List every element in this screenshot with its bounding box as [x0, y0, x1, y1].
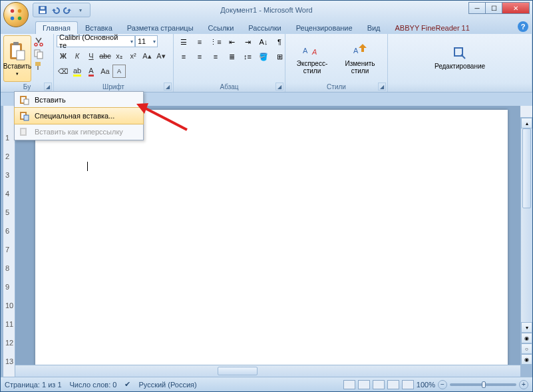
align-center-button[interactable]: ≡ — [192, 50, 207, 63]
zoom-level[interactable]: 100% — [417, 381, 435, 389]
tab-references[interactable]: Ссылки — [201, 21, 242, 34]
svg-rect-5 — [40, 11, 45, 13]
show-marks-button[interactable]: ¶ — [272, 35, 287, 49]
maximize-button[interactable]: ☐ — [485, 2, 502, 14]
tab-home[interactable]: Главная — [35, 21, 78, 34]
sort-button[interactable]: A↓ — [256, 35, 271, 49]
svg-point-11 — [35, 43, 37, 46]
shading-button[interactable]: 🪣 — [256, 50, 271, 63]
tab-view[interactable]: Вид — [360, 21, 388, 34]
paste-dropdown: Вставить Специальная вставка... Вставить… — [14, 91, 144, 140]
horizontal-scrollbar[interactable] — [15, 365, 520, 377]
status-page[interactable]: Страница: 1 из 1 — [5, 381, 62, 389]
tab-insert[interactable]: Вставка — [78, 21, 120, 34]
styles-dialog-launcher[interactable]: ◢ — [378, 83, 386, 91]
underline-button[interactable]: Ч — [85, 49, 98, 63]
zoom-slider-thumb[interactable] — [482, 381, 486, 388]
view-web-layout[interactable] — [373, 380, 385, 389]
status-words[interactable]: Число слов: 0 — [70, 381, 117, 389]
qat-more-icon[interactable]: ▾ — [75, 5, 86, 15]
scroll-up-button[interactable]: ▴ — [521, 118, 532, 128]
minimize-button[interactable]: ─ — [468, 2, 486, 14]
grow-font-button[interactable]: A▴ — [140, 49, 154, 63]
svg-rect-14 — [37, 52, 43, 59]
paste-label: Вставить — [3, 63, 31, 70]
indent-dec-button[interactable]: ⇤ — [224, 35, 239, 49]
page[interactable] — [35, 110, 508, 365]
editing-label: Редактирование — [435, 63, 485, 70]
subscript-button[interactable]: x₂ — [112, 49, 126, 63]
document-area[interactable] — [15, 106, 520, 365]
view-full-screen[interactable] — [358, 380, 370, 389]
font-size-combo[interactable]: 11 — [135, 35, 158, 47]
shrink-font-button[interactable]: A▾ — [154, 49, 168, 63]
clipboard-dialog-launcher[interactable]: ◢ — [44, 83, 52, 91]
strike-button[interactable]: abc — [98, 49, 112, 63]
editing-button[interactable]: Редактирование — [428, 35, 492, 79]
quick-styles-button[interactable]: AA Экспресс-стили — [288, 35, 336, 79]
svg-rect-28 — [21, 129, 25, 134]
help-icon[interactable]: ? — [518, 21, 528, 32]
font-color-button[interactable]: A — [85, 65, 98, 78]
tab-mailings[interactable]: Рассылки — [241, 21, 288, 34]
bold-button[interactable]: Ж — [57, 49, 70, 63]
font-name-combo[interactable]: Calibri (Основной те — [57, 35, 135, 47]
zoom-slider[interactable] — [450, 383, 516, 386]
save-icon[interactable] — [37, 5, 48, 15]
italic-button[interactable]: К — [71, 49, 84, 63]
format-painter-icon[interactable] — [33, 61, 44, 71]
change-styles-label: Изменить стили — [336, 60, 384, 75]
scroll-down-button[interactable]: ▾ — [521, 322, 532, 333]
superscript-button[interactable]: x² — [126, 49, 140, 63]
highlight-button[interactable]: ab — [71, 65, 84, 78]
borders-button[interactable]: ⊞ — [272, 50, 287, 63]
paragraph-dialog-launcher[interactable]: ◢ — [275, 83, 283, 91]
tab-layout[interactable]: Разметка страницы — [120, 21, 201, 34]
justify-button[interactable]: ≣ — [224, 50, 239, 63]
svg-text:A: A — [353, 47, 359, 55]
svg-rect-26 — [24, 115, 29, 120]
line-spacing-button[interactable]: ↕≡ — [240, 50, 255, 63]
copy-icon[interactable] — [33, 49, 44, 59]
vscroll-thumb[interactable] — [522, 128, 531, 208]
prev-page-button[interactable]: ◉ — [521, 333, 532, 343]
status-language[interactable]: Русский (Россия) — [138, 381, 196, 389]
view-draft[interactable] — [402, 380, 414, 389]
vertical-ruler[interactable]: 1234567891011121314 — [3, 106, 15, 377]
clear-format-button[interactable]: ⌫ — [57, 65, 70, 78]
font-dialog-launcher[interactable]: ◢ — [164, 83, 172, 91]
indent-inc-button[interactable]: ⇥ — [240, 35, 255, 49]
view-print-layout[interactable] — [343, 380, 355, 389]
numbering-button[interactable]: ≡ — [192, 35, 207, 49]
paste-special-menu-item[interactable]: Специальная вставка... — [14, 107, 144, 124]
paste-menu-label: Вставить — [35, 96, 66, 104]
change-styles-button[interactable]: A Изменить стили — [336, 35, 384, 79]
multilevel-button[interactable]: ⋮≡ — [208, 35, 223, 49]
paste-button[interactable]: Вставить ▾ — [3, 35, 31, 82]
vertical-scrollbar[interactable]: ▴ ▾ ◉ ○ ◉ — [520, 118, 532, 365]
office-button[interactable] — [3, 2, 29, 27]
tab-abbyy[interactable]: ABBYY FineReader 11 — [388, 21, 477, 34]
next-page-button[interactable]: ◉ — [521, 354, 532, 365]
redo-icon[interactable] — [63, 5, 73, 15]
bullets-button[interactable]: ☰ — [176, 35, 191, 49]
svg-point-2 — [11, 17, 15, 21]
align-right-button[interactable]: ≡ — [208, 50, 223, 63]
zoom-out-button[interactable]: − — [438, 380, 447, 389]
paragraph-group-label: Абзац — [176, 83, 282, 92]
align-left-button[interactable]: ≡ — [176, 50, 191, 63]
browse-object-button[interactable]: ○ — [521, 343, 532, 354]
char-border-button[interactable]: A — [112, 65, 126, 78]
undo-icon[interactable] — [50, 5, 61, 15]
hscroll-thumb[interactable] — [218, 367, 258, 375]
change-case-button[interactable]: Aa — [98, 65, 112, 78]
paste-menu-item[interactable]: Вставить — [15, 92, 143, 108]
cut-icon[interactable] — [33, 37, 44, 47]
svg-rect-6 — [41, 7, 45, 9]
find-icon — [452, 45, 468, 61]
view-outline[interactable] — [387, 380, 399, 389]
status-proofing-icon[interactable]: ✔ — [124, 380, 130, 389]
tab-review[interactable]: Рецензирование — [289, 21, 360, 34]
zoom-in-button[interactable]: + — [519, 380, 528, 389]
close-button[interactable]: ✕ — [502, 2, 530, 14]
